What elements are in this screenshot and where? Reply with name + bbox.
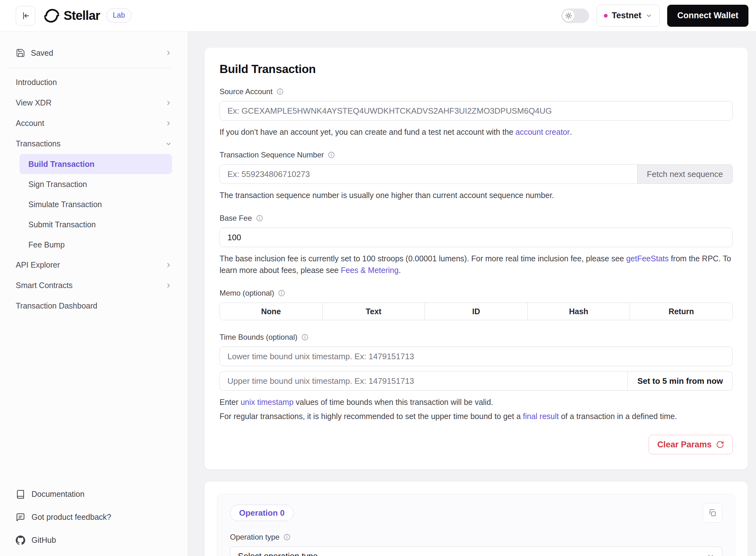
source-account-help: If you don’t have an account yet, you ca…: [220, 126, 733, 138]
sidebar-item-label: Fee Bump: [28, 240, 65, 249]
network-status-dot: [604, 14, 607, 18]
info-icon[interactable]: [328, 151, 335, 159]
page-title: Build Transaction: [220, 63, 733, 76]
time-bounds-help: Enter unix timestamp values of time boun…: [220, 396, 733, 408]
info-icon[interactable]: [276, 88, 284, 95]
chevron-down-icon: [707, 553, 715, 556]
operation-type-select-value: Select operation type: [238, 552, 318, 556]
operations-card: Operation 0 Operation type Select operat…: [204, 481, 748, 556]
network-select[interactable]: Testnet: [597, 5, 660, 27]
sidebar-item-saved[interactable]: Saved: [8, 43, 172, 63]
get-fee-stats-link[interactable]: getFeeStats: [626, 254, 669, 263]
sidebar-item-smart-contracts[interactable]: Smart Contracts: [8, 275, 172, 296]
time-bounds-help-2: For regular transactions, it is highly r…: [220, 411, 733, 422]
chevron-right-icon: [165, 282, 172, 289]
lab-badge: Lab: [106, 8, 131, 23]
theme-toggle[interactable]: [561, 8, 589, 23]
chevron-right-icon: [165, 262, 172, 269]
sequence-input[interactable]: [220, 164, 637, 184]
copy-operation-button[interactable]: [703, 503, 722, 523]
memo-segmented-control: None Text ID Hash Return: [220, 303, 733, 320]
copy-icon: [708, 509, 717, 517]
collapse-sidebar-icon: [21, 11, 30, 21]
sidebar-item-label: Submit Transaction: [28, 220, 96, 229]
operation-badge[interactable]: Operation 0: [230, 505, 294, 521]
sidebar-item-label: Account: [16, 119, 44, 128]
app-header: Stellar Lab Testnet Connect Wallet: [0, 0, 756, 32]
time-bounds-field: Time Bounds (optional) Set to 5 min from…: [220, 333, 733, 422]
sidebar-item-submit-transaction[interactable]: Submit Transaction: [20, 214, 172, 235]
sidebar-item-transactions[interactable]: Transactions: [8, 134, 172, 154]
source-account-input[interactable]: [220, 101, 733, 120]
info-icon[interactable]: [278, 289, 285, 297]
fetch-next-sequence-button[interactable]: Fetch next sequence: [637, 164, 733, 184]
sidebar-item-label: Build Transaction: [28, 160, 95, 169]
sidebar-item-account[interactable]: Account: [8, 113, 172, 134]
memo-option-id[interactable]: ID: [425, 303, 527, 320]
memo-option-none[interactable]: None: [220, 303, 322, 320]
sidebar-item-label: Transactions: [16, 139, 61, 148]
sidebar-item-label: Introduction: [16, 78, 57, 87]
sidebar-item-documentation[interactable]: Documentation: [16, 483, 172, 506]
operation-type-label: Operation type: [230, 533, 280, 542]
info-icon[interactable]: [301, 334, 309, 341]
sidebar-item-fee-bump[interactable]: Fee Bump: [20, 235, 172, 255]
sidebar-item-label: Documentation: [32, 490, 85, 499]
brand[interactable]: Stellar Lab: [44, 8, 132, 23]
final-result-link[interactable]: final result: [523, 412, 559, 421]
sidebar-item-github[interactable]: GitHub: [16, 529, 172, 552]
sidebar-transactions-subnav: Build Transaction Sign Transaction Simul…: [8, 154, 172, 255]
sidebar-item-introduction[interactable]: Introduction: [8, 72, 172, 93]
connect-wallet-button[interactable]: Connect Wallet: [667, 5, 749, 27]
sidebar-item-transaction-dashboard[interactable]: Transaction Dashboard: [8, 296, 172, 316]
collapse-sidebar-button[interactable]: [16, 6, 35, 26]
memo-option-return[interactable]: Return: [630, 303, 732, 320]
sidebar-item-api-explorer[interactable]: API Explorer: [8, 255, 172, 275]
base-fee-input[interactable]: [220, 228, 733, 247]
sidebar-item-view-xdr[interactable]: View XDR: [8, 93, 172, 113]
clear-params-label: Clear Params: [657, 440, 712, 450]
sidebar-item-label: API Explorer: [16, 260, 60, 270]
chevron-right-icon: [165, 49, 172, 56]
memo-field: Memo (optional) None Text ID Hash Return: [220, 289, 733, 320]
base-fee-label: Base Fee: [220, 214, 252, 222]
build-transaction-card: Build Transaction Source Account If you …: [204, 47, 748, 470]
memo-label: Memo (optional): [220, 289, 274, 298]
source-account-label: Source Account: [220, 87, 272, 96]
memo-option-text[interactable]: Text: [322, 303, 425, 320]
sequence-field: Transaction Sequence Number Fetch next s…: [220, 150, 733, 201]
chevron-right-icon: [165, 120, 172, 127]
sidebar-item-feedback[interactable]: Got product feedback?: [16, 506, 172, 529]
sidebar-item-label: Saved: [31, 48, 53, 58]
chevron-down-icon: [646, 12, 652, 19]
sidebar-item-simulate-transaction[interactable]: Simulate Transaction: [20, 194, 172, 214]
sidebar-item-build-transaction[interactable]: Build Transaction: [20, 154, 172, 174]
clear-params-button[interactable]: Clear Params: [649, 435, 733, 454]
chat-bubble-icon: [16, 513, 25, 522]
sequence-label: Transaction Sequence Number: [220, 150, 324, 159]
memo-option-hash[interactable]: Hash: [527, 303, 630, 320]
upper-time-bound-input[interactable]: [220, 371, 628, 391]
info-icon[interactable]: [283, 533, 291, 541]
chevron-right-icon: [165, 100, 172, 106]
source-account-field: Source Account If you don’t have an acco…: [220, 87, 733, 138]
lower-time-bound-input[interactable]: [220, 347, 733, 366]
sidebar-item-label: Got product feedback?: [32, 513, 111, 522]
network-label: Testnet: [612, 11, 642, 21]
sidebar: Saved Introduction View XDR Account Tran…: [0, 32, 188, 556]
theme-toggle-knob: [563, 10, 574, 22]
info-icon[interactable]: [256, 214, 263, 222]
unix-timestamp-link[interactable]: unix timestamp: [241, 397, 294, 407]
operation-type-select[interactable]: Select operation type: [230, 547, 722, 556]
time-bounds-label: Time Bounds (optional): [220, 333, 297, 342]
sidebar-item-label: View XDR: [16, 98, 51, 107]
sequence-help: The transaction sequence number is usual…: [220, 189, 733, 201]
sun-icon: [565, 12, 572, 19]
fees-metering-link[interactable]: Fees & Metering: [341, 266, 398, 275]
account-creator-link[interactable]: account creator: [516, 128, 570, 136]
sidebar-item-label: GitHub: [32, 535, 56, 545]
sidebar-item-sign-transaction[interactable]: Sign Transaction: [20, 174, 172, 194]
operation-panel: Operation 0 Operation type Select operat…: [217, 494, 735, 556]
sidebar-item-label: Sign Transaction: [28, 180, 87, 189]
set-5-min-button[interactable]: Set to 5 min from now: [628, 371, 733, 391]
